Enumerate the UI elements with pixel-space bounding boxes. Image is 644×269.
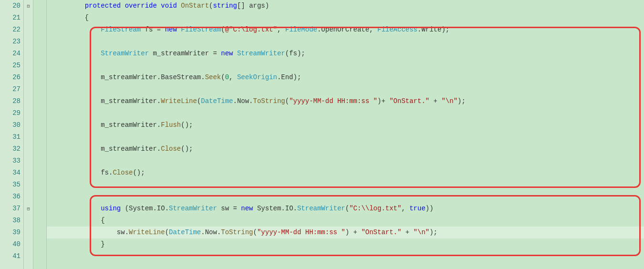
code-line[interactable] [47,131,644,143]
fold-marker [24,238,33,250]
code-line[interactable] [47,36,644,48]
code-token: m_streamWriter = [149,50,221,57]
code-token: "yyyy-MM-dd HH:mm:ss " [289,97,377,105]
code-token: ( [209,2,213,10]
code-token: using [101,205,121,212]
line-number[interactable]: 21 [0,12,21,24]
code-line[interactable]: using (System.IO.StreamWriter sw = new S… [47,203,644,215]
margin-cell [33,131,46,143]
fold-marker [24,83,33,95]
code-line[interactable]: m_streamWriter.WriteLine(DateTime.Now.To… [47,95,644,107]
margin-cell [33,107,46,119]
code-line[interactable] [47,250,644,262]
code-token: ( [221,73,225,81]
line-number[interactable]: 29 [0,107,21,119]
code-token [121,2,125,10]
code-line[interactable]: m_streamWriter.Close(); [47,143,644,155]
code-token: ( [221,26,225,33]
margin-cell [33,12,46,24]
code-editor-area[interactable]: protected override void OnStart(string[]… [47,0,644,269]
line-number[interactable]: 20 [0,0,21,12]
line-number[interactable]: 40 [0,238,21,250]
code-token: + [429,97,441,105]
code-token: new [165,26,177,33]
line-number[interactable]: 25 [0,60,21,72]
line-number[interactable]: 26 [0,72,21,83]
line-number[interactable]: 23 [0,36,21,48]
line-number[interactable]: 41 [0,250,21,262]
margin-cell [33,215,46,227]
code-token: m_streamWriter. [49,145,161,153]
line-number[interactable]: 35 [0,179,21,191]
code-token: ); [457,97,466,105]
code-token: WriteLine [161,97,197,105]
code-token: 0 [225,73,229,81]
fold-marker [24,155,33,167]
code-token: Close [161,145,181,153]
line-number[interactable]: 27 [0,83,21,95]
fold-marker [24,227,33,238]
line-number[interactable]: 22 [0,24,21,36]
line-number[interactable]: 30 [0,119,21,131]
code-token: , [277,26,285,33]
line-number[interactable]: 28 [0,95,21,107]
fold-marker [24,60,33,72]
line-number[interactable]: 33 [0,155,21,167]
code-line[interactable] [47,107,644,119]
code-token: FileStream [101,26,141,33]
code-token: WriteLine [129,228,165,236]
code-token: StreamWriter [297,205,345,212]
code-line[interactable]: { [47,12,644,24]
code-token: .Now. [201,228,221,236]
code-token: System.IO. [253,205,297,212]
line-number[interactable]: 36 [0,191,21,203]
line-number[interactable]: 31 [0,131,21,143]
fold-marker[interactable]: ⊟ [24,203,33,215]
code-token: "yyyy-MM-dd HH:mm:ss " [257,228,345,236]
code-line[interactable]: StreamWriter m_streamWriter = new Stream… [47,48,644,60]
code-line[interactable]: { [47,215,644,227]
code-token: OnStart [181,2,209,10]
code-line[interactable]: } [47,238,644,250]
line-number[interactable]: 37 [0,203,21,215]
fold-marker [24,36,33,48]
fold-marker [24,167,33,179]
line-number-gutter: 2021222324252627282930313233343536373839… [0,0,24,269]
fold-marker[interactable]: ⊟ [24,0,33,12]
margin-cell [33,179,46,191]
line-number[interactable]: 39 [0,227,21,238]
code-line[interactable]: sw.WriteLine(DateTime.Now.ToString("yyyy… [47,227,644,238]
code-line[interactable] [47,83,644,95]
code-token: } [49,240,105,248]
line-number[interactable]: 34 [0,167,21,179]
code-token: + [401,228,413,236]
code-token [49,205,101,212]
code-line[interactable]: fs.Close(); [47,167,644,179]
code-line[interactable] [47,155,644,167]
code-line[interactable]: protected override void OnStart(string[]… [47,0,644,12]
code-line[interactable]: m_streamWriter.Flush(); [47,119,644,131]
fold-marker [24,119,33,131]
margin-cell [33,203,46,215]
line-number[interactable]: 24 [0,48,21,60]
code-token: "\n" [441,97,457,105]
code-token: ); [429,228,437,236]
code-token [49,26,101,33]
code-token: , [401,205,409,212]
code-token: string [213,2,237,10]
fold-marker [24,131,33,143]
code-token: ( [253,228,257,236]
code-line[interactable] [47,60,644,72]
line-number[interactable]: 38 [0,215,21,227]
fold-marker [24,12,33,24]
margin-cell [33,191,46,203]
code-line[interactable] [47,191,644,203]
fold-marker [24,179,33,191]
code-line[interactable]: FileStream fs = new FileStream(@"C:\log.… [47,24,644,36]
code-line[interactable]: m_streamWriter.BaseStream.Seek(0, SeekOr… [47,72,644,83]
code-line[interactable] [47,179,644,191]
code-token: ( [345,205,349,212]
line-number[interactable]: 32 [0,143,21,155]
code-token: new [241,205,253,212]
fold-marker [24,48,33,60]
